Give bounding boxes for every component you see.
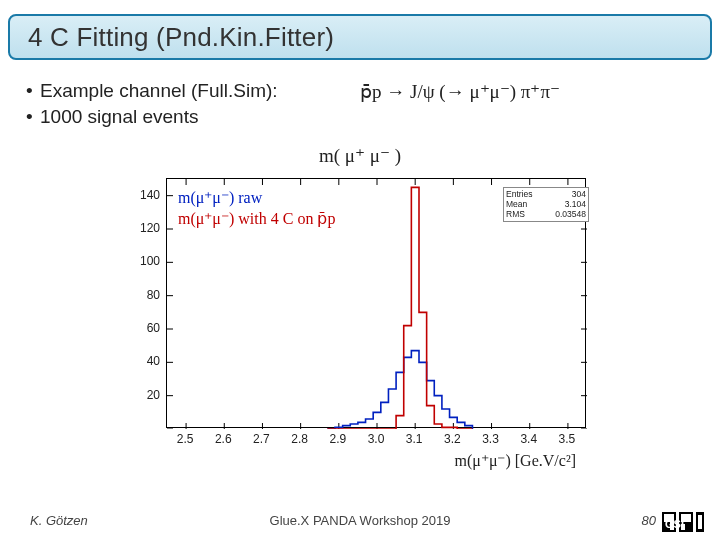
stats-entries-label: Entries	[506, 189, 532, 199]
gsi-logo: GSI	[662, 510, 712, 534]
y-tick-label: 40	[120, 354, 160, 368]
stats-entries: 304	[572, 189, 586, 199]
x-tick-label: 2.7	[246, 432, 276, 446]
bullet-list: •Example channel (Full.Sim): •1000 signa…	[26, 80, 278, 132]
chart-container: Entries304 Mean3.104 RMS0.03548 m(μ⁺μ⁻) …	[120, 168, 600, 468]
footer-event: Glue.X PANDA Workshop 2019	[0, 513, 720, 528]
y-tick-label: 20	[120, 388, 160, 402]
x-tick-label: 2.5	[170, 432, 200, 446]
svg-text:GSI: GSI	[665, 518, 684, 530]
chart-title: m( μ⁺ μ⁻ )	[0, 144, 720, 167]
stats-mean-label: Mean	[506, 199, 527, 209]
page-title: 4 C Fitting (Pnd.Kin.Fitter)	[28, 22, 334, 53]
y-tick-label: 80	[120, 288, 160, 302]
y-tick-label: 140	[120, 188, 160, 202]
x-tick-label: 3.1	[399, 432, 429, 446]
legend-raw: m(μ⁺μ⁻) raw	[178, 188, 335, 209]
svg-rect-47	[696, 529, 704, 532]
stats-box: Entries304 Mean3.104 RMS0.03548	[503, 187, 589, 222]
y-tick-label: 60	[120, 321, 160, 335]
title-bar: 4 C Fitting (Pnd.Kin.Fitter)	[8, 14, 712, 60]
x-tick-label: 2.9	[323, 432, 353, 446]
x-tick-label: 3.5	[552, 432, 582, 446]
y-tick-label: 100	[120, 254, 160, 268]
x-tick-label: 2.8	[285, 432, 315, 446]
legend-4c: m(μ⁺μ⁻) with 4 C on p̄p	[178, 209, 335, 230]
x-axis-title: m(μ⁺μ⁻) [Ge.V/c²]	[455, 451, 576, 470]
x-tick-label: 3.3	[476, 432, 506, 446]
svg-rect-46	[696, 512, 704, 515]
page-number: 80	[642, 513, 656, 528]
x-tick-label: 3.2	[437, 432, 467, 446]
x-tick-label: 2.6	[208, 432, 238, 446]
x-tick-label: 3.0	[361, 432, 391, 446]
reaction-formula: p̄p → J/ψ (→ μ⁺μ⁻) π⁺π⁻	[360, 80, 560, 103]
y-tick-label: 120	[120, 221, 160, 235]
bullet-1: •Example channel (Full.Sim):	[26, 80, 278, 102]
stats-rms-label: RMS	[506, 209, 525, 219]
stats-mean: 3.104	[565, 199, 586, 209]
stats-rms: 0.03548	[555, 209, 586, 219]
legend: m(μ⁺μ⁻) raw m(μ⁺μ⁻) with 4 C on p̄p	[178, 188, 335, 230]
bullet-2: •1000 signal events	[26, 106, 278, 128]
x-tick-label: 3.4	[514, 432, 544, 446]
